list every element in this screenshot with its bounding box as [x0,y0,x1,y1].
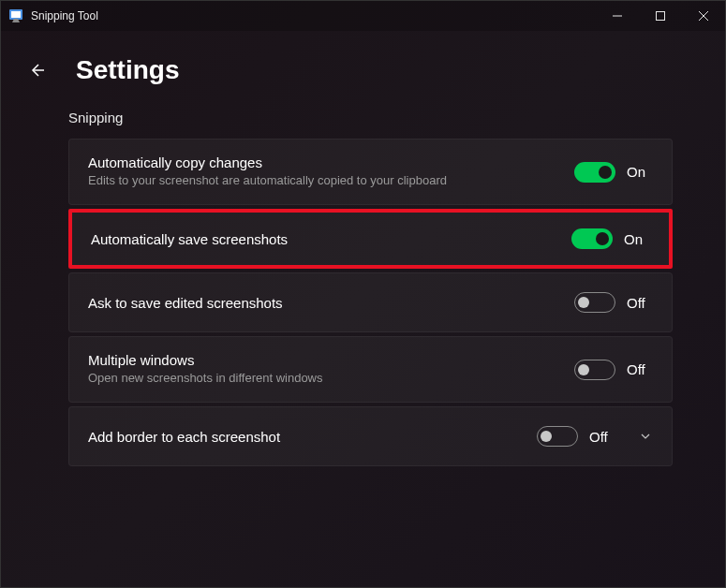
app-icon [8,8,23,23]
minimize-button[interactable] [596,1,639,31]
maximize-button[interactable] [639,1,682,31]
setting-text: Add border to each screenshot [88,429,537,445]
svg-rect-3 [657,12,665,21]
settings-header: Settings [1,31,725,110]
setting-multiple-windows[interactable]: Multiple windows Open new screenshots in… [68,336,673,403]
setting-auto-copy[interactable]: Automatically copy changes Edits to your… [68,139,673,205]
toggle-state-label: Off [589,429,615,445]
setting-controls: Off [574,360,653,380]
svg-rect-1 [11,11,21,18]
setting-desc: Edits to your screenshot are automatical… [88,172,556,189]
window-controls [596,1,725,31]
toggle-add-border[interactable] [537,426,578,447]
toggle-ask-save[interactable] [574,292,615,313]
toggle-state-label: Off [627,295,653,311]
setting-title: Automatically copy changes [88,154,556,170]
setting-title: Ask to save edited screenshots [88,295,556,311]
close-button[interactable] [682,1,725,31]
setting-title: Multiple windows [88,352,556,368]
setting-title: Add border to each screenshot [88,429,518,445]
chevron-down-icon[interactable] [638,429,653,444]
window-title: Snipping Tool [31,9,596,22]
setting-controls: On [574,162,653,183]
titlebar: Snipping Tool [1,1,725,31]
toggle-auto-copy[interactable] [574,162,615,183]
setting-controls: Off [574,292,653,313]
setting-text: Automatically copy changes Edits to your… [88,154,574,189]
toggle-knob [599,166,612,179]
setting-text: Ask to save edited screenshots [88,295,574,311]
toggle-knob [596,232,609,245]
toggle-auto-save[interactable] [571,228,613,249]
toggle-knob [578,297,589,308]
toggle-knob [541,431,552,442]
setting-controls: Off [537,426,653,447]
settings-content: Snipping Automatically copy changes Edit… [1,110,725,466]
setting-ask-save[interactable]: Ask to save edited screenshots Off [68,272,673,332]
toggle-multiple-windows[interactable] [574,360,615,380]
toggle-state-label: Off [627,361,653,377]
section-title: Snipping [68,110,673,125]
setting-text: Automatically save screenshots [91,231,571,247]
setting-title: Automatically save screenshots [91,231,553,247]
toggle-knob [578,364,589,375]
setting-text: Multiple windows Open new screenshots in… [88,352,574,387]
setting-auto-save[interactable]: Automatically save screenshots On [68,209,673,269]
back-button[interactable] [20,53,53,87]
setting-controls: On [571,228,650,249]
toggle-state-label: On [627,164,653,180]
toggle-state-label: On [624,231,650,247]
setting-add-border[interactable]: Add border to each screenshot Off [68,406,673,466]
setting-desc: Open new screenshots in different window… [88,370,556,387]
page-title: Settings [76,55,179,85]
